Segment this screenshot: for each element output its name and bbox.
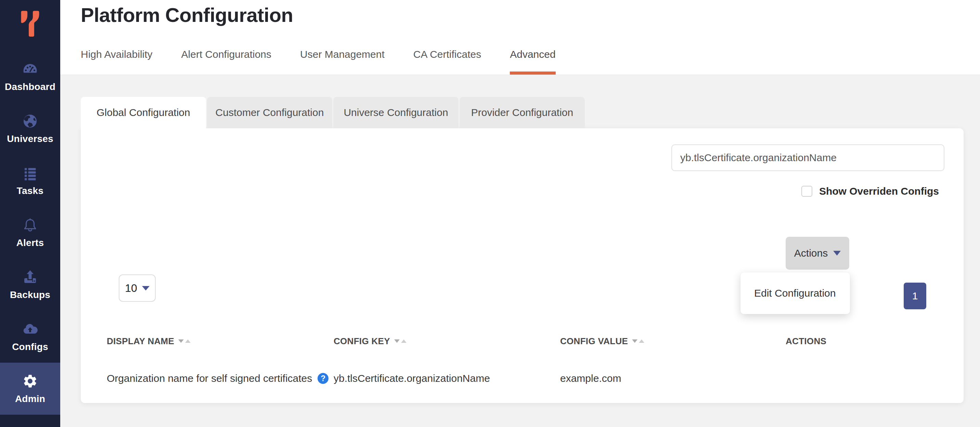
sidebar: Dashboard Universes: [0, 0, 60, 427]
pagination-page-1[interactable]: 1: [904, 283, 926, 309]
actions-button[interactable]: Actions: [786, 237, 849, 270]
subtab-global-configuration[interactable]: Global Configuration: [81, 97, 206, 128]
show-overridden-checkbox[interactable]: [801, 186, 812, 197]
help-icon[interactable]: ?: [318, 373, 328, 384]
sidebar-item-universes[interactable]: Universes: [0, 103, 60, 155]
sidebar-item-tasks[interactable]: Tasks: [0, 155, 60, 207]
sidebar-item-label: Configs: [12, 341, 48, 352]
page-header: Platform Configuration High Availability…: [60, 0, 980, 75]
config-search-input[interactable]: [671, 144, 944, 171]
cloud-upload-icon: [22, 321, 38, 337]
column-header-config-value[interactable]: CONFIG VALUE: [560, 336, 786, 347]
tab-advanced[interactable]: Advanced: [510, 49, 555, 75]
sort-icons[interactable]: [632, 340, 644, 343]
bell-icon: [22, 217, 38, 233]
gauge-icon: [22, 61, 38, 77]
sort-asc-icon: [401, 340, 407, 343]
sort-asc-icon: [639, 340, 644, 343]
subtab-provider-configuration[interactable]: Provider Configuration: [460, 97, 585, 128]
sort-icons[interactable]: [394, 340, 407, 343]
backup-upload-icon: [22, 269, 38, 285]
sidebar-item-label: Tasks: [17, 186, 43, 197]
sidebar-item-alerts[interactable]: Alerts: [0, 207, 60, 259]
sidebar-nav: Dashboard Universes: [0, 51, 60, 415]
sidebar-item-configs[interactable]: Configs: [0, 311, 60, 363]
column-header-config-key[interactable]: CONFIG KEY: [334, 336, 560, 347]
subtab-universe-configuration[interactable]: Universe Configuration: [333, 97, 458, 128]
menu-item-edit-configuration[interactable]: Edit Configuration: [740, 273, 850, 314]
column-header-actions: ACTIONS: [786, 336, 944, 347]
tab-ca-certificates[interactable]: CA Certificates: [414, 49, 481, 75]
sort-desc-icon: [178, 340, 184, 343]
chevron-down-icon: [833, 251, 841, 256]
config-subtab-bar: Global Configuration Customer Configurat…: [81, 97, 585, 128]
sidebar-item-backups[interactable]: Backups: [0, 259, 60, 311]
show-overridden-configs: Show Overriden Configs: [801, 184, 939, 199]
tab-alert-configurations[interactable]: Alert Configurations: [181, 49, 271, 75]
tab-high-availability[interactable]: High Availability: [81, 49, 153, 75]
yugabyte-logo[interactable]: [0, 0, 60, 48]
chevron-down-icon: [142, 286, 150, 290]
sidebar-item-label: Admin: [15, 394, 45, 405]
actions-dropdown-menu: Edit Configuration: [740, 272, 850, 314]
sidebar-item-label: Backups: [10, 289, 50, 300]
cell-config-value: example.com: [560, 373, 786, 384]
sidebar-item-label: Dashboard: [5, 81, 56, 92]
sort-icons[interactable]: [178, 340, 191, 343]
gear-icon: [22, 373, 38, 389]
cell-config-key: yb.tlsCertificate.organizationName: [334, 373, 560, 384]
globe-icon: [22, 113, 38, 129]
top-tab-bar: High Availability Alert Configurations U…: [81, 49, 556, 75]
page-title: Platform Configuration: [81, 3, 293, 26]
sidebar-item-label: Universes: [7, 133, 53, 144]
sidebar-item-label: Alerts: [16, 237, 44, 248]
global-configuration-panel: Show Overriden Configs DISPLAY NAME CONF…: [81, 128, 964, 403]
yugabyte-logo-icon: [19, 10, 41, 38]
show-overridden-label[interactable]: Show Overriden Configs: [819, 186, 939, 197]
tab-user-management[interactable]: User Management: [300, 49, 385, 75]
cell-display-name: Organization name for self signed certif…: [107, 373, 334, 384]
subtab-customer-configuration[interactable]: Customer Configuration: [207, 97, 332, 128]
page-size-selector[interactable]: 10: [119, 275, 156, 302]
column-header-display-name[interactable]: DISPLAY NAME: [107, 336, 334, 347]
task-list-icon: [22, 165, 38, 181]
table-header-row: DISPLAY NAME CONFIG KEY CONFIG VALUE ACT…: [81, 333, 964, 349]
sort-desc-icon: [632, 340, 638, 343]
table-row: Organization name for self signed certif…: [81, 370, 964, 387]
sort-desc-icon: [394, 340, 400, 343]
sidebar-item-dashboard[interactable]: Dashboard: [0, 51, 60, 103]
sort-asc-icon: [185, 340, 191, 343]
sidebar-item-admin[interactable]: Admin: [0, 363, 60, 415]
